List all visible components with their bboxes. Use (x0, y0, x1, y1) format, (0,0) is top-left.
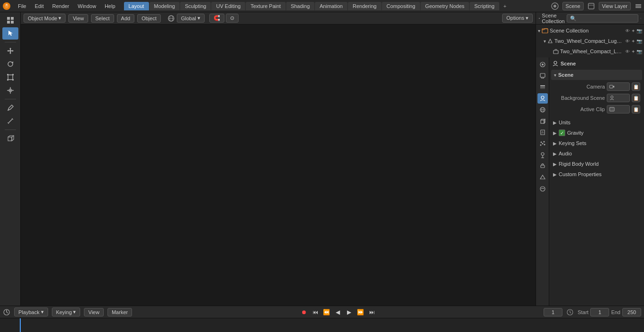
keying-sets-section-header[interactable]: ▶ Keying Sets (551, 138, 642, 148)
annotate-tool-icon[interactable] (2, 102, 18, 114)
item1-render-icon[interactable]: 📷 (636, 39, 642, 44)
output-props-icon[interactable] (537, 71, 548, 81)
workspace-tab-layout[interactable]: Layout (124, 2, 149, 10)
scene-collection-item[interactable]: ▾ Scene Collection 👁 ✦ 📷 (536, 25, 644, 36)
workspace-tab-texture[interactable]: Texture Paint (246, 2, 285, 10)
scene-section-header[interactable]: ▾ Scene (551, 70, 642, 80)
play-reverse-button[interactable]: ◀ (333, 308, 343, 317)
menu-render[interactable]: Render (49, 2, 73, 10)
custom-props-section-header[interactable]: ▶ Custom Properties (551, 169, 642, 179)
select-icon[interactable]: ✦ (631, 28, 635, 33)
svg-rect-15 (8, 75, 13, 80)
add-menu-button[interactable]: Add (117, 14, 135, 23)
visibility-icon[interactable]: 👁 (625, 28, 630, 33)
move-tool-icon[interactable] (2, 45, 18, 57)
view-menu-button[interactable]: View (68, 14, 88, 23)
collection-item-1[interactable]: ▾ Two_Wheel_Compact_Lugga... 👁 ✦ 📷 (536, 36, 644, 46)
proportional-edit-button[interactable]: ⊙ (226, 14, 239, 23)
modifier-props-icon[interactable] (537, 127, 548, 138)
workspace-add-tab-button[interactable]: + (500, 2, 510, 10)
material-props-icon[interactable] (537, 184, 548, 194)
rigid-body-section-header[interactable]: ▶ Rigid Body World (551, 159, 642, 169)
menu-help[interactable]: Help (101, 2, 119, 10)
timeline-body[interactable]: 1 10 20 30 40 50 60 70 80 90 100 110 120… (0, 318, 644, 332)
workspace-tab-animation[interactable]: Animation (315, 2, 347, 10)
current-frame-display[interactable]: 1 (544, 308, 562, 316)
view-layer-selector[interactable]: View Layer (599, 2, 631, 10)
snap-button[interactable]: 🧲 (209, 14, 224, 23)
outliner-filter-icon[interactable] (640, 15, 641, 22)
object-menu-button[interactable]: Object (137, 14, 161, 23)
menu-edit[interactable]: Edit (31, 2, 48, 10)
camera-browse-button[interactable]: 📋 (632, 82, 640, 91)
jump-start-button[interactable]: ⏮ (311, 308, 320, 317)
units-section-header[interactable]: ▶ Units (551, 117, 642, 128)
scale-tool-icon[interactable] (2, 71, 18, 83)
transform-orientation-button[interactable]: Global ▾ (177, 14, 205, 23)
scene-props-icon[interactable] (537, 93, 548, 104)
menu-window[interactable]: Window (74, 2, 100, 10)
add-cube-tool-icon[interactable] (2, 132, 18, 145)
menu-file[interactable]: File (14, 2, 30, 10)
workspace-tab-compositing[interactable]: Compositing (382, 2, 420, 10)
sub1-select-icon[interactable]: ✦ (631, 49, 635, 54)
background-scene-prop-field[interactable] (607, 94, 630, 102)
item1-visibility-icon[interactable]: 👁 (625, 39, 630, 44)
options-button[interactable]: Options ▾ (502, 14, 533, 23)
active-clip-browse-button[interactable]: 📋 (632, 105, 640, 113)
scene-selector[interactable]: Scene (562, 2, 584, 10)
active-clip-prop-field[interactable] (607, 105, 630, 113)
blender-logo-icon[interactable] (2, 1, 11, 11)
rotate-tool-icon[interactable] (2, 58, 18, 70)
workspace-tab-sculpting[interactable]: Sculpting (180, 2, 211, 10)
particles-props-icon[interactable] (537, 138, 548, 149)
cursor-tool-icon[interactable] (2, 27, 18, 40)
gravity-checkbox[interactable]: ✓ (559, 130, 565, 136)
outliner-header: Scene Collection (536, 12, 644, 24)
object-props-icon[interactable] (537, 116, 548, 126)
item1-select-icon[interactable]: ✦ (631, 39, 635, 44)
transform-tool-icon[interactable] (2, 84, 18, 97)
keying-menu-button[interactable]: Keying ▾ (52, 308, 81, 316)
select-menu-button[interactable]: Select (91, 14, 114, 23)
workspace-tab-geometry[interactable]: Geometry Nodes (421, 2, 469, 10)
workspace-tab-scripting[interactable]: Scripting (470, 2, 499, 10)
mode-selector-icon[interactable] (2, 14, 18, 26)
marker-menu-button[interactable]: Marker (107, 308, 132, 316)
data-props-icon[interactable] (537, 172, 548, 183)
start-frame-input[interactable]: 1 (590, 308, 609, 316)
sub-item-1[interactable]: Two_Wheel_Compact_Lu... 👁 ✦ 📷 (536, 46, 644, 57)
view-layer-props-icon[interactable] (537, 82, 548, 92)
audio-section-header[interactable]: ▶ Audio (551, 148, 642, 159)
background-scene-prop-row: Background Scene 📋 (551, 93, 642, 103)
svg-rect-12 (7, 21, 10, 24)
record-button[interactable]: ⏺ (299, 308, 309, 317)
svg-rect-75 (539, 18, 539, 19)
physics-props-icon[interactable] (537, 150, 548, 160)
gravity-section-header[interactable]: ▶ ✓ Gravity (551, 128, 642, 138)
outliner-search-input[interactable] (567, 14, 638, 23)
camera-prop-row: Camera 📋 (551, 81, 642, 92)
sub1-render-icon[interactable]: 📷 (636, 49, 642, 54)
render-props-icon[interactable] (537, 59, 548, 70)
jump-end-button[interactable]: ⏭ (367, 308, 377, 317)
workspace-tab-shading[interactable]: Shading (286, 2, 314, 10)
playback-menu-button[interactable]: Playback ▾ (14, 308, 48, 316)
object-mode-button[interactable]: Object Mode ▾ (24, 14, 66, 23)
camera-prop-field[interactable] (607, 82, 630, 91)
step-forward-button[interactable]: ⏩ (356, 308, 365, 317)
workspace-tab-uv[interactable]: UV Editing (211, 2, 245, 10)
world-props-icon[interactable] (537, 105, 548, 115)
bg-scene-browse-button[interactable]: 📋 (632, 94, 640, 102)
play-button[interactable]: ▶ (345, 308, 354, 317)
end-frame-input[interactable]: 250 (622, 308, 641, 316)
workspace-tab-modeling[interactable]: Modeling (149, 2, 180, 10)
measure-tool-icon[interactable] (2, 115, 18, 127)
step-back-button[interactable]: ⏪ (322, 308, 331, 317)
svg-point-95 (540, 145, 541, 146)
sub1-visibility-icon[interactable]: 👁 (625, 49, 630, 54)
workspace-tab-rendering[interactable]: Rendering (348, 2, 381, 10)
render-icon[interactable]: 📷 (636, 28, 642, 33)
constraints-props-icon[interactable] (537, 161, 548, 171)
view-timeline-button[interactable]: View (84, 308, 104, 316)
